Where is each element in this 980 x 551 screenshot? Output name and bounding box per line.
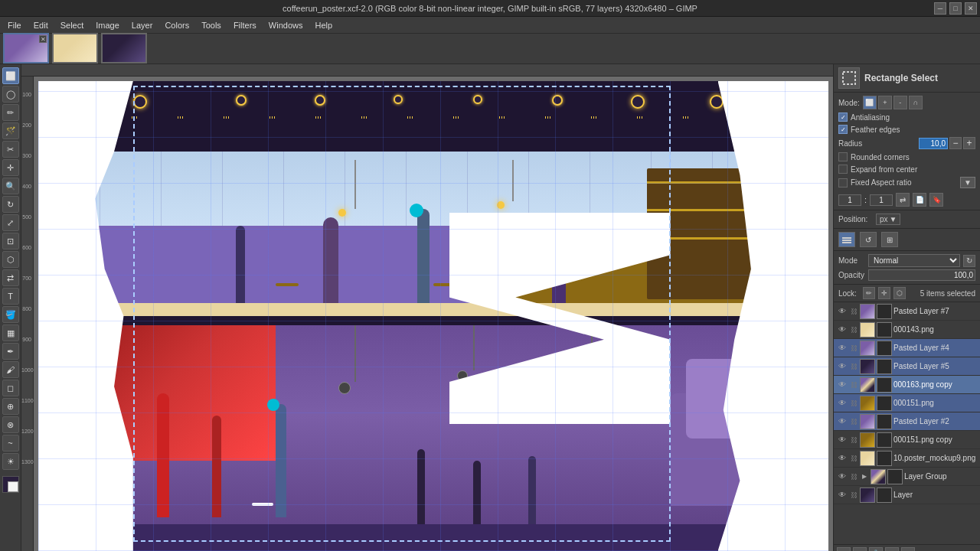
layer-visibility-toggle[interactable]: 👁 bbox=[837, 380, 848, 390]
layer-visibility-toggle[interactable]: 👁 bbox=[837, 435, 848, 445]
layer-chain-button[interactable]: ⛓ bbox=[849, 490, 858, 500]
layer-item[interactable]: 👁⛓▶Layer Group bbox=[834, 468, 980, 486]
menu-item-edit[interactable]: Edit bbox=[28, 19, 54, 31]
tool-heal[interactable]: ⊗ bbox=[2, 416, 19, 433]
layer-mode-refresh[interactable]: ↻ bbox=[963, 255, 975, 267]
layer-item[interactable]: 👁⛓000151.png copy bbox=[834, 431, 980, 449]
layer-chain-button[interactable]: ⛓ bbox=[849, 398, 858, 409]
radius-increase[interactable]: + bbox=[963, 137, 975, 149]
duplicate-layer-button[interactable]: ⎘ bbox=[853, 547, 867, 551]
layer-chain-button[interactable]: ⛓ bbox=[849, 306, 858, 317]
position-unit-dropdown[interactable]: px ▼ bbox=[876, 214, 900, 225]
aspect-height-input[interactable] bbox=[870, 194, 893, 206]
layer-chain-button[interactable]: ⛓ bbox=[849, 324, 858, 335]
tool-scale[interactable]: ⤢ bbox=[2, 214, 19, 231]
tool-move[interactable]: ✛ bbox=[2, 159, 19, 176]
tool-eraser[interactable]: ◻ bbox=[2, 380, 19, 396]
layer-visibility-toggle[interactable]: 👁 bbox=[837, 490, 848, 500]
tool-zoom[interactable]: 🔍 bbox=[2, 178, 19, 194]
tool-crop[interactable]: ✂ bbox=[2, 141, 19, 158]
group-expand-arrow[interactable]: ▶ bbox=[860, 472, 869, 481]
aspect-dropdown[interactable]: ▼ bbox=[960, 177, 975, 188]
mode-replace[interactable]: ⬜ bbox=[863, 96, 877, 109]
lock-alpha-button[interactable]: ⬡ bbox=[893, 287, 906, 299]
layer-item[interactable]: 👁⛓Pasted Layer #5 bbox=[834, 357, 980, 376]
antialiasing-checkbox[interactable]: ✓ bbox=[838, 112, 848, 122]
tab-thumb-3[interactable] bbox=[101, 33, 147, 64]
tool-perspective[interactable]: ⬡ bbox=[2, 251, 19, 268]
lock-position-button[interactable]: ✛ bbox=[878, 287, 890, 299]
tool-shear[interactable]: ⊡ bbox=[2, 233, 19, 249]
layer-visibility-toggle[interactable]: 👁 bbox=[837, 453, 848, 464]
layer-item[interactable]: 👁⛓Pasted Layer #7 bbox=[834, 302, 980, 321]
tool-dodge-burn[interactable]: ☀ bbox=[2, 453, 19, 470]
layer-visibility-toggle[interactable]: 👁 bbox=[837, 324, 848, 335]
layer-chain-button[interactable]: ⛓ bbox=[849, 380, 858, 390]
layer-mode-select[interactable]: Normal Multiply Screen bbox=[868, 254, 960, 267]
layer-visibility-toggle[interactable]: 👁 bbox=[837, 306, 848, 317]
lock-pixels-button[interactable]: ✏ bbox=[863, 287, 875, 299]
tab-thumb-2[interactable] bbox=[52, 33, 98, 64]
layer-chain-button[interactable]: ⛓ bbox=[849, 453, 858, 464]
tool-rectangle-select[interactable]: ⬜ bbox=[2, 67, 19, 84]
tool-paintbrush[interactable]: 🖌 bbox=[2, 361, 19, 378]
tool-clone[interactable]: ⊕ bbox=[2, 398, 19, 415]
tool-bucket-fill[interactable]: 🪣 bbox=[2, 306, 19, 323]
canvas-background[interactable] bbox=[34, 77, 833, 551]
menu-item-windows[interactable]: Windows bbox=[263, 19, 309, 31]
menu-item-colors[interactable]: Colors bbox=[158, 19, 195, 31]
tab-close-1[interactable]: ✕ bbox=[39, 35, 47, 43]
layer-item[interactable]: 👁⛓Layer bbox=[834, 486, 980, 504]
tool-text[interactable]: T bbox=[2, 288, 19, 305]
layer-visibility-toggle[interactable]: 👁 bbox=[837, 398, 848, 409]
menu-item-image[interactable]: Image bbox=[90, 19, 126, 31]
mode-subtract[interactable]: - bbox=[893, 96, 907, 109]
canvas-viewport[interactable]: 100 200 300 400 500 600 700 800 900 1000… bbox=[21, 77, 833, 551]
layer-item[interactable]: 👁⛓10.poster_mockup9.png bbox=[834, 449, 980, 468]
artwork-container[interactable] bbox=[38, 81, 828, 551]
delete-layer-button[interactable]: 🗑 bbox=[901, 547, 915, 551]
menu-item-help[interactable]: Help bbox=[309, 19, 338, 31]
close-button[interactable]: ✕ bbox=[965, 2, 977, 15]
minimize-button[interactable]: ─ bbox=[934, 2, 946, 15]
menu-item-layer[interactable]: Layer bbox=[126, 19, 159, 31]
feather-edges-checkbox[interactable]: ✓ bbox=[838, 125, 848, 134]
layer-chain-button[interactable]: ⛓ bbox=[849, 343, 858, 354]
tool-pencil[interactable]: ✒ bbox=[2, 343, 19, 360]
aspect-width-input[interactable] bbox=[838, 194, 861, 206]
layer-visibility-toggle[interactable]: 👁 bbox=[837, 361, 848, 372]
layer-chain-button[interactable]: ⛓ bbox=[849, 416, 858, 427]
layer-chain-button[interactable]: ⛓ bbox=[849, 435, 858, 445]
layer-item[interactable]: 👁⛓Pasted Layer #2 bbox=[834, 412, 980, 431]
tool-flip[interactable]: ⇄ bbox=[2, 269, 19, 286]
mode-add[interactable]: + bbox=[878, 96, 892, 109]
tool-gradient[interactable]: ▦ bbox=[2, 324, 19, 341]
tool-ellipse[interactable]: ◯ bbox=[2, 86, 19, 103]
tool-smudge[interactable]: ~ bbox=[2, 435, 19, 452]
menu-item-select[interactable]: Select bbox=[54, 19, 90, 31]
layer-item[interactable]: 👁⛓000143.png bbox=[834, 321, 980, 339]
expand-center-checkbox[interactable] bbox=[838, 165, 848, 174]
layer-item[interactable]: 👁⛓Pasted Layer #4 bbox=[834, 339, 980, 357]
tool-fuzzy-select[interactable]: 🪄 bbox=[2, 122, 19, 139]
tool-rotate[interactable]: ↻ bbox=[2, 196, 19, 213]
layer-item[interactable]: 👁⛓000163.png copy bbox=[834, 376, 980, 394]
layers-tab-button[interactable] bbox=[838, 232, 855, 247]
rounded-corners-checkbox[interactable] bbox=[838, 152, 848, 161]
swap-aspect-button[interactable]: ⇄ bbox=[896, 193, 910, 207]
layer-opacity-input[interactable] bbox=[868, 269, 975, 281]
layer-visibility-toggle[interactable]: 👁 bbox=[837, 471, 848, 482]
mode-intersect[interactable]: ∩ bbox=[909, 96, 923, 109]
fixed-aspect-checkbox[interactable] bbox=[838, 178, 848, 187]
layer-chain-button[interactable]: ⛓ bbox=[849, 471, 858, 482]
layer-visibility-toggle[interactable]: 👁 bbox=[837, 343, 848, 354]
anchor-layer-button[interactable]: ⚓ bbox=[869, 547, 883, 551]
layers-list[interactable]: 👁⛓Pasted Layer #7👁⛓000143.png👁⛓Pasted La… bbox=[834, 302, 980, 544]
menu-item-filters[interactable]: Filters bbox=[227, 19, 263, 31]
layer-item[interactable]: 👁⛓000151.png bbox=[834, 394, 980, 412]
maximize-button[interactable]: □ bbox=[949, 2, 962, 15]
tab-thumb-1[interactable]: ✕ bbox=[3, 33, 49, 64]
menu-item-file[interactable]: File bbox=[2, 19, 28, 31]
radius-input[interactable] bbox=[919, 138, 948, 149]
bookmark-aspect-button[interactable]: 🔖 bbox=[929, 193, 943, 207]
